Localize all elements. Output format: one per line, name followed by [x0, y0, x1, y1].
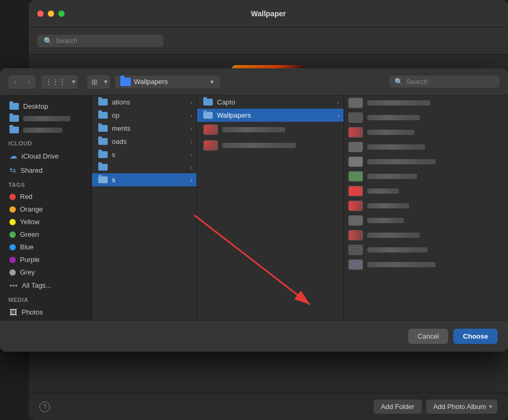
shared-label: Shared: [20, 166, 43, 174]
folder-icon: [120, 78, 131, 86]
thumb-item-10[interactable]: [344, 228, 508, 243]
applications-label: ations: [112, 98, 130, 106]
file-item-selected[interactable]: s ›: [92, 173, 196, 186]
thumb-7: [348, 186, 363, 196]
choose-button[interactable]: Choose: [453, 329, 497, 344]
grey-tag-dot: [9, 269, 16, 276]
thumb-item-8[interactable]: [344, 198, 508, 213]
file-item-desktop-col[interactable]: op ›: [92, 109, 196, 122]
maximize-button[interactable]: [58, 10, 65, 17]
purple-tag-dot: [9, 257, 16, 263]
file-item-documents[interactable]: ments ›: [92, 122, 196, 135]
media-section-label: Media: [0, 292, 91, 305]
sidebar-item-icloud-drive[interactable]: ☁ iCloud Drive: [3, 149, 88, 163]
sidebar-item-tag-red[interactable]: Red: [3, 191, 88, 203]
thumb-item-11[interactable]: [344, 243, 508, 257]
file-item-5[interactable]: s ›: [92, 148, 196, 161]
folder-icon-5: [98, 151, 108, 158]
sidebar-item-tag-grey[interactable]: Grey: [3, 266, 88, 278]
sidebar-item-tag-orange[interactable]: Orange: [3, 203, 88, 215]
bg-search-box[interactable]: 🔍: [37, 35, 163, 47]
sidebar-item-tag-yellow[interactable]: Yellow: [3, 216, 88, 228]
current-folder-selector[interactable]: Wallpapers ▼: [115, 76, 220, 88]
file-item-6[interactable]: ›: [92, 161, 196, 173]
thumb-item-9[interactable]: [344, 213, 508, 228]
thumb-item-1[interactable]: [344, 96, 508, 110]
main-search-input[interactable]: [56, 37, 157, 45]
file-item-blurred-3[interactable]: [197, 122, 344, 138]
purple-tag-label: Purple: [20, 256, 40, 264]
finder-search-box[interactable]: 🔍: [389, 76, 500, 88]
thumb-item-12[interactable]: [344, 257, 508, 272]
thumb-12: [348, 259, 363, 270]
minimize-button[interactable]: [48, 10, 54, 17]
dialog-bottom-bar: Cancel Choose: [0, 320, 508, 352]
thumb-item-7[interactable]: [344, 184, 508, 198]
capto-label: Capto: [217, 98, 235, 106]
nav-forward-button[interactable]: ›: [22, 75, 36, 89]
cancel-button[interactable]: Cancel: [408, 329, 448, 344]
arrow-icon-2: ›: [190, 112, 192, 119]
photos-icon: 🖼: [9, 308, 17, 317]
thumb-item-4[interactable]: [344, 140, 508, 154]
blurred-name-4: [367, 144, 425, 150]
documents-icon: [98, 125, 108, 132]
column-view-button[interactable]: ⋮⋮⋮: [41, 75, 70, 89]
thumb-item-5[interactable]: [344, 154, 508, 169]
folder-label-selected: s: [112, 176, 116, 184]
finder-search-input[interactable]: [406, 78, 494, 86]
close-button[interactable]: [37, 10, 44, 17]
blurred-label-2: [23, 128, 63, 133]
thumb-9: [348, 215, 363, 226]
blurred-name-11: [367, 247, 428, 253]
thumb-1: [348, 98, 363, 108]
sidebar-item-shared[interactable]: ⇆ Shared: [3, 163, 88, 177]
thumb-11: [348, 245, 363, 255]
blurred-filename-4: [222, 143, 296, 148]
thumb-10: [348, 230, 363, 240]
sidebar-item-all-tags[interactable]: ••• All Tags...: [3, 279, 88, 292]
thumb-2: [348, 112, 363, 123]
desktop-icon: [9, 103, 19, 110]
nav-buttons-group: ‹ ›: [8, 75, 36, 89]
desktop-label: Desktop: [23, 102, 48, 110]
wallpapers-arrow-icon: ›: [337, 112, 339, 119]
help-button[interactable]: ?: [39, 402, 50, 412]
grid-view-button[interactable]: ⊞: [87, 75, 102, 89]
yellow-tag-label: Yellow: [20, 218, 39, 226]
file-item-wallpapers[interactable]: Wallpapers ›: [197, 109, 344, 122]
finder-body: Desktop iCloud ☁ iCloud Drive ⇆ Shared T…: [0, 96, 508, 320]
grid-view-chevron[interactable]: ▾: [102, 75, 110, 89]
thumb-box-4: [203, 140, 218, 151]
arrow-icon-selected: ›: [190, 177, 192, 183]
file-item-applications[interactable]: ations ›: [92, 96, 196, 109]
capto-folder-icon: [203, 99, 213, 106]
thumb-item-6[interactable]: [344, 169, 508, 184]
sidebar-item-desktop[interactable]: Desktop: [3, 100, 88, 112]
sidebar-item-tag-blue[interactable]: Blue: [3, 241, 88, 253]
add-folder-button[interactable]: Add Folder: [374, 400, 422, 414]
sidebar-item-tag-purple[interactable]: Purple: [3, 254, 88, 266]
file-item-blurred-4[interactable]: [197, 138, 344, 153]
add-photo-album-button[interactable]: Add Photo Album ▼: [426, 400, 497, 414]
sidebar-item-blurred1[interactable]: [3, 113, 88, 124]
nav-back-button[interactable]: ‹: [8, 75, 22, 89]
folder-label-5: s: [112, 151, 116, 159]
blurred-name-8: [367, 203, 409, 208]
file-column-3: [344, 96, 508, 320]
sidebar-item-tag-green[interactable]: Green: [3, 228, 88, 240]
wallpapers-folder-icon: [203, 112, 213, 119]
thumb-item-2[interactable]: [344, 110, 508, 125]
file-item-capto[interactable]: Capto ›: [197, 96, 344, 109]
column-view-chevron[interactable]: ▾: [70, 75, 78, 89]
blurred-name-6: [367, 174, 417, 179]
downloads-label: oads: [112, 138, 127, 145]
file-item-downloads[interactable]: oads ›: [92, 135, 196, 148]
thumb-6: [348, 171, 363, 182]
red-tag-label: Red: [20, 193, 33, 201]
sidebar-item-photos[interactable]: 🖼 Photos: [3, 306, 88, 319]
folder-icon-selected: [98, 176, 108, 183]
sidebar-item-blurred2[interactable]: [3, 124, 88, 135]
blurred-name-2: [367, 115, 420, 120]
thumb-item-3[interactable]: [344, 125, 508, 140]
